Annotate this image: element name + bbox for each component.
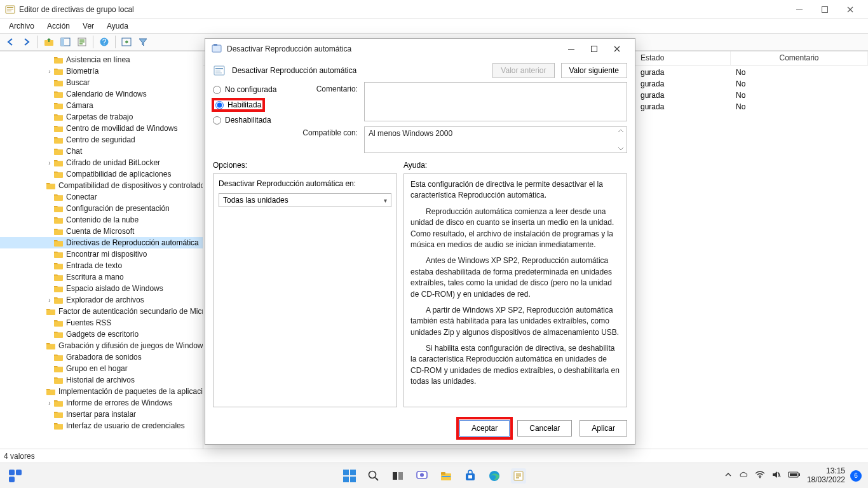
radio-disabled[interactable]: Deshabilitada xyxy=(205,112,301,128)
task-view-icon[interactable] xyxy=(390,468,405,484)
tree-node[interactable]: Compatibilidad de dispositivos y control… xyxy=(0,180,203,191)
help-panel[interactable]: Esta configuración de directiva le permi… xyxy=(403,173,627,407)
properties-button[interactable] xyxy=(74,34,90,50)
export-button[interactable] xyxy=(119,34,134,50)
tree-node[interactable]: Configuración de presentación xyxy=(0,203,203,214)
dialog-minimize-button[interactable] xyxy=(560,40,583,58)
tree-node[interactable]: Chat xyxy=(0,146,203,157)
tree-node[interactable]: Cámara xyxy=(0,100,203,111)
radio-enabled[interactable] xyxy=(215,101,224,109)
tree-node-label: Espacio aislado de Windows xyxy=(66,284,163,293)
help-button[interactable]: ? xyxy=(97,34,112,50)
tree-node[interactable]: Carpetas de trabajo xyxy=(0,111,203,123)
tree-node[interactable]: Entrada de texto xyxy=(0,260,203,271)
close-button[interactable] xyxy=(837,0,863,19)
col-estado[interactable]: Estado xyxy=(635,51,731,65)
tree-expander-icon[interactable]: › xyxy=(46,159,53,166)
comentario-textarea[interactable] xyxy=(364,82,627,121)
tree-node[interactable]: Grupo en el hogar xyxy=(0,363,203,374)
store-icon[interactable] xyxy=(463,468,478,484)
maximize-button[interactable] xyxy=(812,0,837,19)
next-setting-button[interactable]: Valor siguiente xyxy=(561,63,628,78)
tree-node-label: Compatibilidad de aplicaciones xyxy=(66,170,171,179)
menu-ver[interactable]: Ver xyxy=(78,20,99,32)
col-comentario[interactable]: Comentario xyxy=(731,51,868,65)
tree-node[interactable]: Calendario de Windows xyxy=(0,88,203,100)
tree-node[interactable]: Insertar para instalar xyxy=(0,409,203,420)
widgets-icon[interactable] xyxy=(8,468,23,484)
menu-ayuda[interactable]: Ayuda xyxy=(102,20,133,32)
dialog-close-button[interactable] xyxy=(606,40,628,58)
tree-node[interactable]: ›Explorador de archivos xyxy=(0,294,203,306)
folder-icon xyxy=(53,158,64,167)
tree-node[interactable]: Centro de movilidad de Windows xyxy=(0,123,203,134)
clock[interactable]: 13:15 18/03/2022 6 xyxy=(807,467,862,485)
tree-node[interactable]: Historial de archivos xyxy=(0,374,203,386)
svg-rect-1 xyxy=(7,7,13,8)
cancel-button[interactable]: Cancelar xyxy=(517,420,572,437)
tree-node[interactable]: Conectar xyxy=(0,191,203,203)
svg-rect-33 xyxy=(54,287,63,292)
menu-accion[interactable]: Acción xyxy=(42,20,75,32)
tree-expander-icon[interactable]: › xyxy=(46,68,53,75)
dialog-maximize-button[interactable] xyxy=(583,40,606,58)
edge-icon[interactable] xyxy=(487,468,502,484)
menu-archivo[interactable]: Archivo xyxy=(4,20,39,32)
tree-node[interactable]: Factor de autenticación secundario de Mi… xyxy=(0,306,203,317)
tree-node[interactable]: Interfaz de usuario de credenciales xyxy=(0,420,203,431)
tree-node[interactable]: Compatibilidad de aplicaciones xyxy=(0,168,203,180)
svg-line-66 xyxy=(778,472,780,477)
tree-node[interactable]: Centro de seguridad xyxy=(0,134,203,146)
tree-pane[interactable]: Asistencia en línea›BiometríaBuscarCalen… xyxy=(0,51,203,449)
filter-button[interactable] xyxy=(135,34,151,50)
svg-rect-45 xyxy=(54,424,63,430)
gpedit-taskbar-icon[interactable] xyxy=(511,468,526,484)
svg-rect-4 xyxy=(796,10,803,10)
tree-node[interactable]: Buscar xyxy=(0,77,203,88)
tree-expander-icon[interactable]: › xyxy=(46,400,53,407)
tree-node[interactable]: Escritura a mano xyxy=(0,271,203,283)
tree-node[interactable]: Encontrar mi dispositivo xyxy=(0,248,203,260)
tree-node[interactable]: Implementación de paquetes de la aplicac… xyxy=(0,386,203,397)
tree-node[interactable]: Directivas de Reproducción automática xyxy=(0,237,203,248)
minimize-button[interactable] xyxy=(787,0,812,19)
tray-volume-icon[interactable] xyxy=(771,470,782,481)
tree-node[interactable]: ›Cifrado de unidad BitLocker xyxy=(0,157,203,168)
search-icon[interactable] xyxy=(366,468,381,484)
back-button[interactable] xyxy=(3,34,18,50)
previous-setting-button: Valor anterior xyxy=(492,63,554,78)
svg-point-65 xyxy=(759,477,761,478)
compat-scroll[interactable] xyxy=(618,128,625,151)
show-hide-tree-button[interactable] xyxy=(58,34,73,50)
forward-button[interactable] xyxy=(19,34,34,50)
tree-node[interactable]: Contenido de la nube xyxy=(0,214,203,226)
tree-node[interactable]: Grabación y difusión de juegos de Window… xyxy=(0,340,203,351)
tree-node-label: Implementación de paquetes de la aplicac… xyxy=(58,387,203,396)
tree-node[interactable]: ›Informe de errores de Windows xyxy=(0,397,203,409)
tray-wifi-icon[interactable] xyxy=(755,471,765,480)
tree-node-label: Centro de seguridad xyxy=(66,135,135,144)
tree-expander-icon[interactable]: › xyxy=(46,297,53,304)
cell-comentario: No xyxy=(731,79,868,88)
notifications-badge[interactable]: 6 xyxy=(850,470,862,482)
up-button[interactable] xyxy=(41,34,57,50)
svg-rect-39 xyxy=(54,355,63,361)
explorer-icon[interactable] xyxy=(438,468,454,484)
tree-node[interactable]: Fuentes RSS xyxy=(0,317,203,329)
folder-icon xyxy=(46,341,56,350)
tree-node[interactable]: Espacio aislado de Windows xyxy=(0,283,203,294)
chat-icon[interactable] xyxy=(414,468,430,484)
autoplay-scope-dropdown[interactable]: Todas las unidades ▾ xyxy=(219,193,391,207)
tree-node[interactable]: Cuenta de Microsoft xyxy=(0,226,203,237)
tree-node[interactable]: Gadgets de escritorio xyxy=(0,329,203,340)
tray-onedrive-icon[interactable] xyxy=(738,471,749,480)
tree-node[interactable]: Asistencia en línea xyxy=(0,54,203,65)
apply-button[interactable]: Aplicar xyxy=(580,420,627,437)
radio-not-configured[interactable]: No configurada xyxy=(205,82,301,97)
tree-node[interactable]: ›Biometría xyxy=(0,65,203,77)
tray-chevron-up-icon[interactable] xyxy=(724,471,732,480)
tray-battery-icon[interactable] xyxy=(788,471,801,480)
accept-button[interactable]: Aceptar xyxy=(459,420,510,437)
tree-node[interactable]: Grabadora de sonidos xyxy=(0,351,203,363)
start-button[interactable] xyxy=(342,468,357,484)
